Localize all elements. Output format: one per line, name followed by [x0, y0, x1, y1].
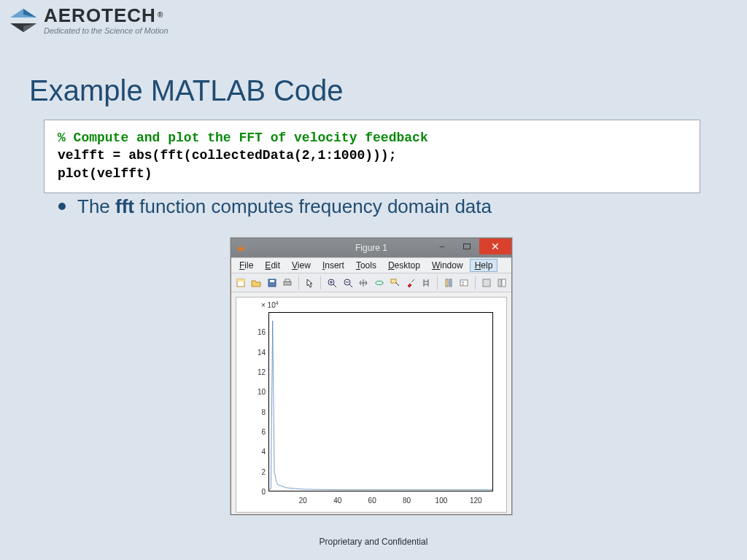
svg-line-12	[333, 284, 336, 287]
footer-text: Proprietary and Confidential	[0, 537, 747, 547]
y-tick-label: 8	[236, 408, 266, 416]
zoom-in-icon[interactable]	[325, 276, 338, 289]
pan-icon[interactable]	[357, 276, 370, 289]
window-toolbar	[231, 273, 511, 292]
menu-item-view[interactable]: View	[287, 259, 316, 272]
y-tick-label: 16	[236, 328, 266, 336]
plot-axes	[268, 312, 493, 491]
svg-rect-19	[391, 279, 396, 283]
y-tick-label: 12	[236, 368, 266, 376]
x-tick-label: 60	[368, 497, 376, 505]
menu-item-help[interactable]: Help	[470, 259, 498, 272]
logo-glyph-icon	[7, 7, 39, 36]
svg-rect-9	[284, 281, 291, 285]
code-line-1: velfft = abs(fft(collectedData(2,1:1000)…	[58, 147, 686, 164]
bullet-row: The fft function computes frequency doma…	[58, 195, 492, 218]
svg-rect-23	[449, 279, 452, 287]
svg-rect-29	[502, 279, 506, 287]
menu-item-tools[interactable]: Tools	[351, 259, 382, 272]
save-icon[interactable]	[266, 276, 279, 289]
matlab-figure-window: Figure 1 FileEditViewInsertToolsDesktopW…	[231, 238, 512, 515]
link-data-icon[interactable]	[419, 276, 433, 289]
x-tick-label: 80	[403, 497, 411, 505]
svg-rect-10	[285, 279, 290, 281]
zoom-out-icon[interactable]	[341, 276, 355, 289]
menu-item-insert[interactable]: Insert	[317, 259, 349, 272]
legend-icon[interactable]	[457, 276, 471, 289]
svg-rect-27	[483, 279, 490, 287]
menu-item-edit[interactable]: Edit	[260, 259, 285, 272]
close-button[interactable]	[479, 238, 511, 254]
data-cursor-icon[interactable]	[388, 276, 401, 289]
bullet-dot-icon	[58, 203, 66, 210]
y-tick-label: 2	[236, 467, 266, 475]
x-tick-label: 120	[470, 497, 482, 505]
menu-item-desktop[interactable]: Desktop	[383, 259, 425, 272]
svg-line-21	[411, 279, 414, 282]
colorbar-icon[interactable]	[442, 276, 455, 289]
x-tick-label: 40	[333, 497, 341, 505]
show-tools-icon[interactable]	[495, 276, 508, 289]
minimize-button[interactable]	[430, 238, 454, 254]
brand-logo: AEROTECH® Dedicated to the Science of Mo…	[7, 4, 169, 36]
hide-tools-icon[interactable]	[480, 276, 493, 289]
menu-item-file[interactable]: File	[234, 259, 258, 272]
svg-line-20	[396, 283, 399, 286]
x-tick-label: 20	[299, 497, 307, 505]
svg-point-18	[376, 281, 383, 284]
fft-line-plot	[269, 313, 492, 491]
y-tick-label: 10	[236, 388, 266, 396]
print-icon[interactable]	[282, 276, 295, 289]
pointer-icon[interactable]	[303, 276, 317, 289]
window-menubar: FileEditViewInsertToolsDesktopWindowHelp	[231, 257, 511, 273]
svg-rect-24	[460, 280, 468, 286]
x-tick-label: 100	[436, 497, 448, 505]
menu-item-window[interactable]: Window	[427, 259, 468, 272]
svg-rect-4	[464, 244, 471, 249]
window-titlebar: Figure 1	[231, 238, 511, 257]
code-comment-line: % Compute and plot the FFT of velocity f…	[58, 129, 686, 147]
svg-rect-6	[237, 279, 244, 281]
maximize-button[interactable]	[454, 238, 479, 254]
logo-tagline: Dedicated to the Science of Motion	[44, 26, 169, 35]
svg-rect-8	[270, 280, 274, 282]
y-tick-label: 6	[236, 428, 266, 436]
y-tick-label: 4	[236, 448, 266, 456]
bullet-text: The fft function computes frequency doma…	[77, 195, 492, 218]
y-tick-label: 14	[236, 348, 266, 356]
open-icon[interactable]	[250, 276, 263, 289]
code-block: % Compute and plot the FFT of velocity f…	[44, 120, 700, 193]
y-tick-label: 0	[236, 488, 266, 496]
svg-line-16	[349, 284, 352, 287]
svg-rect-22	[446, 279, 448, 287]
page-title: Example MATLAB Code	[29, 74, 344, 107]
figure-canvas: × 104 0246810121416 20406080100120	[236, 297, 507, 513]
brush-icon[interactable]	[404, 276, 417, 289]
new-figure-icon[interactable]	[234, 276, 247, 289]
y-axis-exponent: × 104	[261, 300, 279, 309]
svg-rect-28	[498, 279, 501, 287]
code-line-2: plot(velfft)	[58, 165, 686, 182]
rotate-3d-icon[interactable]	[373, 276, 386, 289]
logo-wordmark: AEROTECH®	[44, 4, 169, 25]
